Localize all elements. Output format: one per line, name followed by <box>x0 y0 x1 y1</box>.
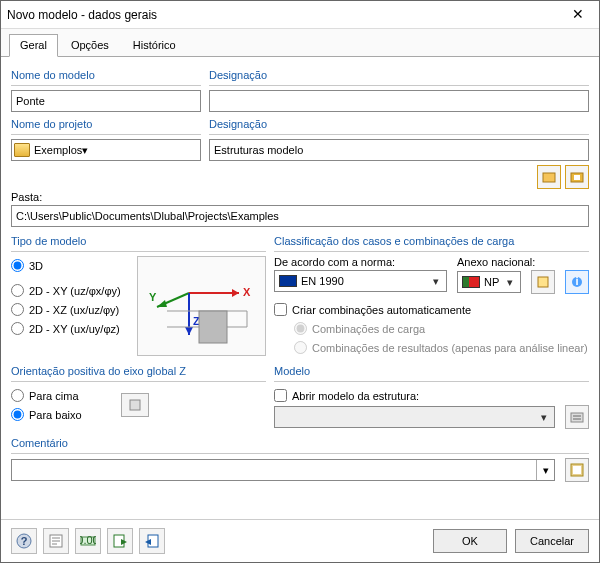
tab-content: Nome do modelo Designação Nome do projet… <box>1 57 599 519</box>
radio-z-up[interactable]: Para cima <box>11 389 111 402</box>
radio-3d[interactable]: 3D <box>11 259 131 272</box>
label-annex: Anexo nacional: <box>457 256 589 268</box>
svg-text:?: ? <box>21 535 28 547</box>
svg-rect-19 <box>130 400 140 410</box>
combo-comment[interactable]: ▾ <box>11 459 555 481</box>
label-designation1: Designação <box>209 69 589 81</box>
svg-rect-15 <box>199 311 227 343</box>
label-model-name: Nome do modelo <box>11 69 201 81</box>
import-icon[interactable] <box>139 528 165 554</box>
svg-rect-16 <box>538 277 548 287</box>
window-title: Novo modelo - dados gerais <box>7 8 563 22</box>
radio-2d-xz[interactable]: 2D - XZ (ux/uz/φy) <box>11 303 131 316</box>
chevron-down-icon: ▾ <box>536 411 552 424</box>
svg-rect-22 <box>573 466 581 474</box>
radio-comb-results: Combinações de resultados (apenas para a… <box>294 341 589 354</box>
svg-rect-0 <box>543 173 555 182</box>
svg-rect-2 <box>574 175 580 180</box>
units-icon[interactable]: 0.00 <box>75 528 101 554</box>
input-model-name[interactable] <box>11 90 201 112</box>
tab-general[interactable]: Geral <box>9 34 58 57</box>
label-comment: Comentário <box>11 437 589 449</box>
project-info-icon[interactable] <box>565 165 589 189</box>
label-classification: Classificação dos casos e combinações de… <box>274 235 589 247</box>
radio-2d-xy-1[interactable]: 2D - XY (uz/φx/φy) <box>11 284 131 297</box>
titlebar: Novo modelo - dados gerais ✕ <box>1 1 599 29</box>
dialog-footer: ? 0.00 OK Cancelar <box>1 519 599 562</box>
input-folder-path <box>11 205 589 227</box>
svg-marker-7 <box>157 300 167 307</box>
dialog-window: Novo modelo - dados gerais ✕ Geral Opçõe… <box>0 0 600 563</box>
radio-2d-xy-2[interactable]: 2D - XY (ux/uy/φz) <box>11 322 131 335</box>
combo-template: ▾ <box>274 406 555 428</box>
label-project-name: Nome do projeto <box>11 118 201 130</box>
close-icon[interactable]: ✕ <box>563 5 593 25</box>
cancel-button[interactable]: Cancelar <box>515 529 589 553</box>
svg-text:Y: Y <box>149 291 157 303</box>
export-icon[interactable] <box>107 528 133 554</box>
comment-library-icon[interactable] <box>565 458 589 482</box>
label-folder: Pasta: <box>11 191 589 203</box>
combo-annex[interactable]: NP ▾ <box>457 271 521 293</box>
edit-icon[interactable] <box>43 528 69 554</box>
svg-marker-4 <box>232 289 239 297</box>
combo-project-value: Exemplos <box>34 144 82 156</box>
radio-comb-load: Combinações de carga <box>294 322 589 335</box>
label-designation2: Designação <box>209 118 589 130</box>
check-auto-combinations[interactable]: Criar combinações automaticamente <box>274 303 589 316</box>
combo-standard[interactable]: EN 1990 ▾ <box>274 270 447 292</box>
annex-settings-icon[interactable] <box>531 270 555 294</box>
chevron-down-icon: ▾ <box>536 460 554 480</box>
input-designation2 <box>209 139 589 161</box>
folder-icon <box>14 143 30 157</box>
svg-text:X: X <box>243 286 251 298</box>
tab-history[interactable]: Histórico <box>122 34 187 57</box>
label-model-type: Tipo de modelo <box>11 235 266 247</box>
tabstrip: Geral Opções Histórico <box>1 29 599 57</box>
combo-project-name[interactable]: Exemplos ▾ <box>11 139 201 161</box>
svg-text:0.00: 0.00 <box>80 534 96 546</box>
check-open-template[interactable]: Abrir modelo da estrutura: <box>274 389 589 402</box>
eu-flag-icon <box>279 275 297 287</box>
z-axis-help-icon[interactable] <box>121 393 149 417</box>
label-standard: De acordo com a norma: <box>274 256 447 268</box>
tab-options[interactable]: Opções <box>60 34 120 57</box>
browse-template-icon[interactable] <box>565 405 589 429</box>
svg-marker-10 <box>185 327 193 335</box>
ok-button[interactable]: OK <box>433 529 507 553</box>
help-icon[interactable]: ? <box>11 528 37 554</box>
svg-rect-20 <box>571 413 583 422</box>
annex-info-icon[interactable]: i <box>565 270 589 294</box>
chevron-down-icon: ▾ <box>82 144 88 157</box>
label-template: Modelo <box>274 365 589 377</box>
input-designation1[interactable] <box>209 90 589 112</box>
model-type-preview: X Y Z <box>137 256 266 356</box>
chevron-down-icon: ▾ <box>428 275 444 288</box>
label-z-axis: Orientação positiva do eixo global Z <box>11 365 266 377</box>
svg-text:i: i <box>575 276 578 287</box>
pt-flag-icon <box>462 276 480 288</box>
project-manager-icon[interactable] <box>537 165 561 189</box>
chevron-down-icon: ▾ <box>502 276 518 289</box>
radio-z-down[interactable]: Para baixo <box>11 408 111 421</box>
